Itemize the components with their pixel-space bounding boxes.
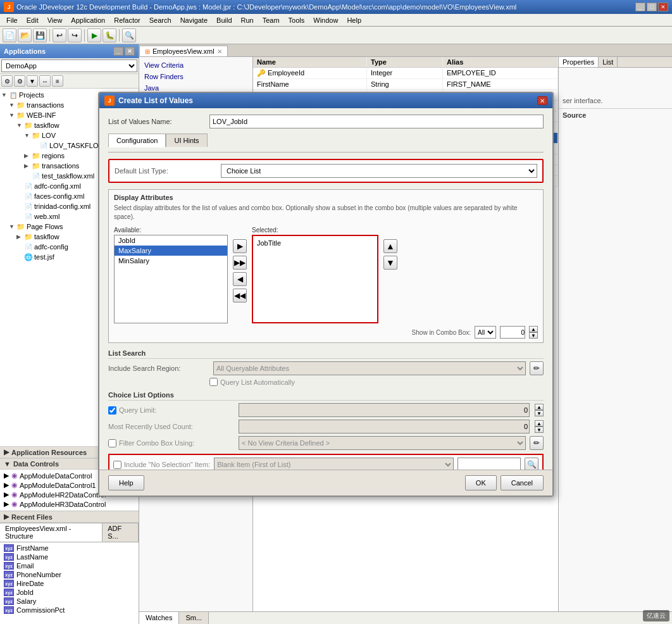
filter-combo-row: Filter Combo Box Using: < No View Criter…: [108, 436, 544, 450]
dialog-footer: Help OK Cancel: [99, 470, 552, 496]
no-selection-checkbox[interactable]: [113, 461, 121, 469]
dialog-icon: J: [104, 96, 115, 106]
show-combo-label: Show in Combo Box:: [412, 329, 471, 336]
choice-list-title: Choice List Options: [108, 391, 544, 401]
choice-list-section: Choice List Options Query Limit: ▲ ▼: [108, 391, 544, 470]
watermark: 亿速云: [643, 610, 669, 621]
attrs-layout: Available: JobId MaxSalary MinSalary ▶ ▶…: [114, 227, 538, 323]
filter-combo-wrapper: Filter Combo Box Using:: [108, 439, 235, 447]
mru-label: Most Recently Used Count:: [108, 423, 235, 430]
dialog-title-text: J Create List of Values: [104, 96, 193, 106]
selected-label: Selected:: [252, 227, 378, 234]
available-list: JobId MaxSalary MinSalary: [114, 235, 228, 323]
spin-down[interactable]: ▼: [529, 332, 538, 339]
selected-list: JobTitle: [252, 235, 378, 323]
dialog-tabs: Configuration UI Hints: [108, 134, 544, 147]
query-auto-label: Query List Automatically: [220, 378, 295, 386]
display-attrs-section: Display Attributes Select display attrib…: [108, 189, 544, 343]
sort-down-btn[interactable]: ▼: [383, 256, 397, 270]
most-recently-used-row: Most Recently Used Count: ▲ ▼: [108, 420, 544, 434]
no-selection-row: Include "No Selection" Item: Blank Item …: [108, 454, 544, 470]
filter-combo-select[interactable]: < No View Criteria Defined >: [239, 436, 526, 450]
available-list-wrapper: Available: JobId MaxSalary MinSalary: [114, 227, 228, 323]
dialog-title-bar: J Create List of Values ✕: [99, 93, 552, 108]
query-limit-wrapper: Query Limit:: [108, 406, 235, 415]
query-limit-input[interactable]: [239, 403, 530, 417]
spin-up[interactable]: ▲: [529, 326, 538, 332]
list-search-title: List Search: [108, 349, 544, 359]
ql-spin-down[interactable]: ▼: [535, 410, 544, 416]
tab-configuration[interactable]: Configuration: [108, 134, 166, 147]
move-all-left-btn[interactable]: ◀◀: [233, 289, 247, 303]
combo-row: Show in Combo Box: All ▲ ▼: [114, 326, 538, 339]
lov-name-row: List of Values Name:: [108, 115, 544, 128]
no-selection-select[interactable]: Blank Item (First of List): [214, 458, 454, 470]
include-search-region-row: Include Search Region: All Queryable Att…: [108, 361, 544, 375]
no-selection-input[interactable]: [457, 458, 521, 470]
lov-name-input[interactable]: [209, 115, 544, 128]
ql-spin-up[interactable]: ▲: [535, 404, 544, 410]
filter-combo-label: Filter Combo Box Using:: [119, 439, 194, 447]
default-list-type-section: Default List Type: Choice List: [108, 159, 544, 183]
available-item-maxsalary[interactable]: MaxSalary: [115, 246, 227, 256]
dialog-overlay: J Create List of Values ✕ List of Values…: [0, 0, 672, 624]
include-search-label: Include Search Region:: [108, 365, 209, 372]
default-list-type-label: Default List Type:: [115, 167, 216, 175]
sort-up-btn[interactable]: ▲: [383, 239, 397, 253]
display-attrs-title: Display Attributes: [114, 194, 538, 201]
lov-name-label: List of Values Name:: [108, 118, 209, 125]
default-list-type-select[interactable]: Choice List: [221, 164, 537, 178]
query-auto-checkbox[interactable]: [209, 378, 218, 386]
move-left-btn[interactable]: ◀: [233, 272, 247, 286]
query-limit-checkbox[interactable]: [108, 406, 116, 415]
create-lov-dialog: J Create List of Values ✕ List of Values…: [98, 92, 554, 497]
available-label: Available:: [114, 227, 228, 234]
available-item-minsalary[interactable]: MinSalary: [115, 256, 227, 266]
search-edit-btn[interactable]: ✏: [530, 361, 544, 375]
dialog-close-button[interactable]: ✕: [537, 96, 547, 105]
query-limit-label: Query Limit:: [119, 406, 156, 414]
move-right-btn[interactable]: ▶: [233, 239, 247, 253]
available-item-jobid[interactable]: JobId: [115, 235, 227, 246]
default-list-type-row: Default List Type: Choice List: [115, 164, 537, 178]
tab-ui-hints[interactable]: UI Hints: [166, 134, 207, 147]
query-limit-row: Query Limit: ▲ ▼: [108, 403, 544, 417]
show-combo-count[interactable]: [500, 326, 525, 339]
mru-spin-down[interactable]: ▼: [535, 427, 544, 433]
selected-list-wrapper: Selected: JobTitle: [252, 227, 378, 323]
selected-item-jobtitle[interactable]: JobTitle: [256, 239, 375, 247]
sort-buttons: ▲ ▼: [383, 227, 397, 270]
no-sel-label: Include "No Selection" Item:: [113, 461, 210, 469]
move-all-right-btn[interactable]: ▶▶: [233, 256, 247, 270]
no-sel-search-btn[interactable]: 🔍: [525, 458, 538, 470]
mru-input[interactable]: [239, 420, 530, 434]
lov-name-input-wrapper: [209, 115, 544, 128]
display-attrs-desc: Select display attributes for the list o…: [114, 204, 538, 222]
filter-combo-edit-btn[interactable]: ✏: [530, 436, 544, 450]
list-search-section: List Search Include Search Region: All Q…: [108, 349, 544, 386]
mru-spin-up[interactable]: ▲: [535, 420, 544, 427]
ok-button[interactable]: OK: [465, 475, 497, 490]
help-button[interactable]: Help: [108, 475, 144, 490]
dialog-body: List of Values Name: Configuration UI Hi…: [99, 108, 552, 470]
search-region-select[interactable]: All Queryable Attributes: [213, 361, 526, 375]
query-auto-row: Query List Automatically: [209, 378, 544, 386]
transfer-buttons: ▶ ▶▶ ◀ ◀◀: [233, 227, 247, 303]
cancel-button[interactable]: Cancel: [501, 475, 544, 490]
ok-cancel-buttons: OK Cancel: [465, 475, 544, 490]
show-combo-select[interactable]: All: [475, 326, 496, 339]
filter-combo-checkbox[interactable]: [108, 439, 116, 447]
